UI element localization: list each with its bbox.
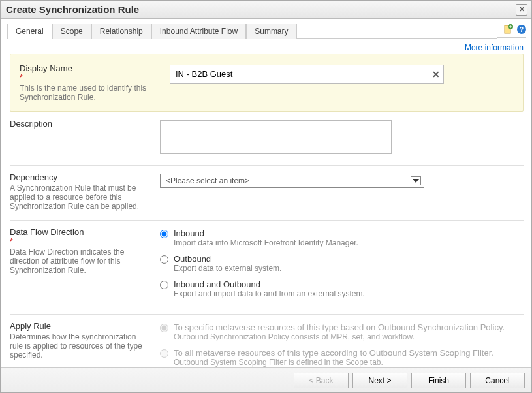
- next-button[interactable]: Next >: [352, 373, 407, 388]
- direction-both-sub: Export and import data to and from an ex…: [174, 289, 365, 298]
- tab-bar: General Scope Relationship Inbound Attri…: [1, 19, 532, 39]
- description-input[interactable]: [160, 120, 392, 154]
- direction-both-label: Inbound and Outbound: [174, 279, 365, 289]
- direction-both-radio[interactable]: [160, 281, 168, 289]
- section-data-flow-direction: Data Flow Direction * Data Flow Directio…: [10, 220, 524, 314]
- direction-outbound-label: Outbound: [174, 254, 281, 264]
- tab-scope[interactable]: Scope: [52, 24, 91, 39]
- tab-relationship[interactable]: Relationship: [91, 24, 151, 39]
- apply-filter-label: To all metaverse resources of this type …: [174, 348, 493, 358]
- clear-input-icon[interactable]: ✕: [432, 69, 440, 80]
- section-description: Description: [10, 112, 524, 165]
- title-bar: Create Synchronization Rule ✕: [1, 1, 532, 19]
- apply-policy-radio: [160, 324, 168, 332]
- direction-inbound-sub: Import data into Microsoft Forefront Ide…: [174, 238, 358, 247]
- dependency-label: Dependency: [10, 172, 147, 182]
- close-button[interactable]: ✕: [516, 4, 527, 16]
- apply-filter-sub: Outbound System Scoping Filter is define…: [174, 358, 493, 367]
- apply-policy-label: To specific metaverse resources of this …: [174, 322, 505, 332]
- dependency-select[interactable]: <Please select an item>: [160, 174, 424, 188]
- close-icon: ✕: [519, 5, 525, 14]
- apply-label: Apply Rule: [10, 321, 147, 331]
- section-dependency: Dependency A Synchronization Rule that m…: [10, 165, 524, 220]
- more-information-link[interactable]: More information: [465, 43, 524, 52]
- description-label: Description: [10, 119, 147, 129]
- dependency-help: A Synchronization Rule that must be appl…: [10, 183, 147, 211]
- direction-outbound-radio[interactable]: [160, 255, 168, 264]
- chevron-down-icon: [411, 176, 421, 185]
- apply-help: Determines how the synchronization rule …: [10, 332, 147, 360]
- required-star: *: [10, 237, 147, 246]
- window-title: Create Synchronization Rule: [6, 4, 139, 15]
- section-display-name: Display Name * This is the name used to …: [10, 54, 524, 112]
- apply-filter-radio: [160, 349, 168, 358]
- direction-label: Data Flow Direction: [10, 227, 84, 237]
- apply-policy-sub: Outbound Synchronization Policy consists…: [174, 332, 505, 341]
- tab-inbound-attribute-flow[interactable]: Inbound Attribute Flow: [151, 24, 246, 39]
- back-button: < Back: [294, 373, 349, 388]
- dependency-select-text: <Please select an item>: [166, 176, 249, 185]
- tab-general[interactable]: General: [7, 24, 52, 39]
- display-name-label: Display Name: [20, 63, 72, 73]
- required-star: *: [20, 73, 157, 82]
- display-name-input[interactable]: [170, 65, 444, 84]
- direction-inbound-radio[interactable]: [160, 230, 168, 238]
- direction-outbound-sub: Export data to external system.: [174, 264, 281, 273]
- wizard-footer: < Back Next > Finish Cancel: [1, 367, 532, 393]
- new-note-icon[interactable]: [503, 24, 513, 35]
- display-name-help: This is the name used to identify this S…: [20, 84, 157, 102]
- finish-button[interactable]: Finish: [411, 373, 466, 388]
- help-icon[interactable]: ?: [517, 25, 526, 34]
- cancel-button[interactable]: Cancel: [470, 373, 525, 388]
- direction-help: Data Flow Direction indicates the direct…: [10, 247, 147, 275]
- direction-inbound-label: Inbound: [174, 228, 358, 238]
- tab-summary[interactable]: Summary: [246, 24, 296, 39]
